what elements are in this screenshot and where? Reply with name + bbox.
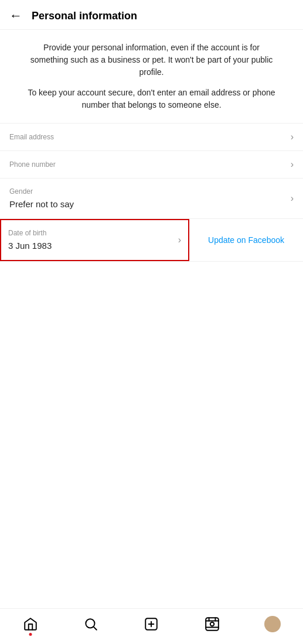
nav-add[interactable] (143, 616, 159, 632)
add-icon (143, 616, 159, 632)
back-button[interactable]: ← (9, 9, 22, 22)
nav-reels[interactable] (204, 616, 220, 632)
dob-value: 3 Jun 1983 (8, 239, 52, 252)
dob-section: Date of birth 3 Jun 1983 › Update on Fac… (0, 219, 303, 262)
gender-field-content: Gender Prefer not to say (9, 187, 74, 210)
dob-field-content: Date of birth 3 Jun 1983 (8, 228, 52, 252)
page-title: Personal information (32, 10, 137, 22)
nav-profile[interactable] (264, 616, 281, 632)
phone-label: Phone number (9, 160, 56, 170)
email-chevron-icon: › (291, 132, 294, 142)
warning-description: To keep your account secure, don't enter… (23, 87, 280, 111)
dob-label: Date of birth (8, 228, 52, 238)
phone-field-content: Phone number (9, 160, 56, 170)
dob-chevron-icon: › (178, 235, 181, 245)
search-icon (83, 616, 99, 632)
header: ← Personal information (0, 0, 303, 30)
fields-section: Email address › Phone number › Gender Pr… (0, 124, 303, 608)
home-active-dot (29, 633, 32, 636)
phone-field-row[interactable]: Phone number › (0, 151, 303, 179)
reels-icon (204, 616, 220, 632)
profile-icon (264, 616, 281, 632)
nav-home[interactable] (22, 616, 39, 632)
phone-chevron-icon: › (291, 159, 294, 170)
facebook-update-area: Update on Facebook (189, 219, 303, 261)
gender-chevron-icon: › (291, 193, 294, 204)
gender-label: Gender (9, 187, 74, 197)
email-label: Email address (9, 132, 54, 142)
dob-field-row[interactable]: Date of birth 3 Jun 1983 › (0, 219, 189, 261)
home-icon (22, 616, 39, 632)
gender-field-row[interactable]: Gender Prefer not to say › (0, 179, 303, 219)
main-description: Provide your personal information, even … (23, 42, 280, 78)
svg-point-6 (210, 622, 215, 626)
description-block: Provide your personal information, even … (0, 30, 303, 124)
nav-search[interactable] (83, 616, 99, 632)
update-on-facebook-button[interactable]: Update on Facebook (199, 227, 294, 253)
email-field-row[interactable]: Email address › (0, 124, 303, 151)
email-field-content: Email address (9, 132, 54, 142)
svg-line-1 (94, 627, 97, 630)
bottom-nav (0, 608, 303, 644)
avatar (264, 616, 281, 632)
svg-rect-5 (206, 618, 219, 631)
gender-value: Prefer not to say (9, 198, 74, 210)
